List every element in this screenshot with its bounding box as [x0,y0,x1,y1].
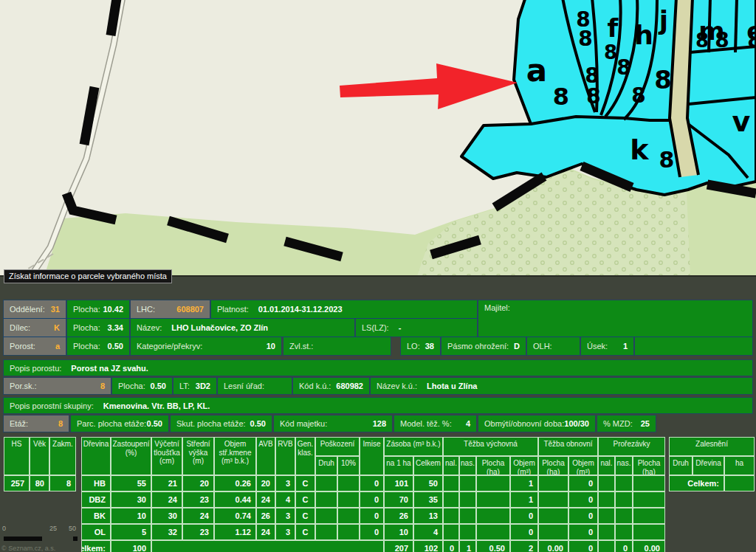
field-skut-plocha: Skut. plocha etáže:0.50 [171,415,272,432]
species-cell-zast: 30 [111,491,151,508]
svg-text:8: 8 [659,147,675,173]
header-line: (cm) [159,457,174,466]
col-header-nas2: nas. [615,456,633,475]
header-line: (ha) [642,468,656,476]
species-cell-gen: C [295,475,315,491]
header-line: (m³) [518,468,531,476]
header-line: Gen. [298,440,314,449]
species-cell-vycetni: 30 [151,508,182,524]
species-cell-celkem: 50 [413,475,443,491]
species-cell-gen: C [295,524,315,540]
species-cell-nal2 [598,475,615,491]
header-line: 10% [341,459,356,468]
species-cell-plocha2 [538,491,568,508]
total-label: Celkem: [81,540,111,552]
total-nas1: 1 [459,540,476,552]
total-nal1: 0 [443,540,459,552]
map-attribution: © Seznam.cz, a.s. [1,545,55,552]
species-cell-zast: 10 [111,508,151,524]
species-cell-plocha3 [633,475,665,491]
species-cell-plocha3 [633,508,665,524]
col-header-objem2: Objem(m³) [568,456,598,475]
species-cell-imise: 0 [360,524,384,540]
species-cell-objem: 0.74 [214,508,256,524]
group-header-prorezavky: Prořezávky [598,437,665,456]
svg-text:8: 8 [654,65,672,94]
field-nazev: Název:LHO Luhačovice, ZO Zlín [131,319,354,337]
species-cell-stredni: 23 [182,524,214,540]
species-cell-stredni: 20 [182,475,214,491]
col-header-zakm: Zakm. [49,437,76,475]
col-header-nal1: nal. [443,456,459,475]
col-header-plocha1: Plocha(ha) [476,456,510,475]
species-cell-gen: C [295,508,315,524]
species-cell-proc10 [337,475,360,491]
species-cell-gen: C [295,491,315,508]
field-popis-porostu: Popis porostu:Porost na JZ svahu. [4,360,752,376]
species-cell-objem1: 1 [510,475,538,491]
total-objem2: 0 [568,540,598,552]
header-line: nas. [617,459,631,468]
col-header-vek: Věk [30,437,49,475]
header-line: (ha) [487,468,500,476]
field-kod-majetku: Kód majetku:128 [274,415,392,432]
total-spacer [151,540,384,552]
species-cell-nas1 [459,491,476,508]
scale-tick-50: 50 [69,525,76,532]
field-oddeleni: Oddělení:31 [4,300,66,318]
species-cell-nal1 [443,475,459,491]
species-cell-nas2 [615,508,633,524]
species-cell-plocha3 [633,491,665,508]
col-header-celkem: Celkem [413,456,443,475]
header-line: AVB [258,440,272,449]
species-cell-stredni: 23 [182,491,214,508]
field-plocha-porost: Plocha:0.50 [67,337,129,355]
total-nas2: 0 [615,540,633,552]
scale-tick-25: 25 [49,525,57,532]
header-line: Těžba výchovná [464,440,518,449]
species-cell-avb: 24 [256,491,275,508]
field-popis-skupiny: Popis porostní skupiny:Kmenovina. Vtr. B… [4,398,752,413]
species-cell-objem2: 0 [568,508,598,524]
field-plocha-porsk: Plocha:0.50 [112,378,172,394]
species-cell-celkem: 35 [413,491,443,508]
col-header-objem1: Objem(m³) [510,456,538,475]
header-line: Dřevina [83,440,109,449]
species-cell-nal1 [443,491,459,508]
map-canvas[interactable]: a f h j m o v k 8 8 8 8 8 8 8 8 8 8 [0,0,756,276]
species-cell-nas2 [615,491,633,508]
field-kategorie: Kategorie/překryv:10 [131,337,281,355]
col-header-rvb: RVB [275,437,295,475]
header-line: stř.kmene [219,449,252,458]
species-cell-nal2 [598,524,615,540]
species-cell-na1ha: 10 [384,524,413,540]
header-line: (ha) [547,468,560,476]
total-nal2 [598,540,615,552]
col-header-imise: Imise [360,437,384,475]
svg-text:8: 8 [715,28,729,52]
col-header-zha: ha [724,456,755,475]
species-cell-plocha3 [633,524,665,540]
species-cell-plocha1 [476,524,510,540]
field-lhc: LHC:608807 [131,300,210,318]
species-cell-druh [315,508,337,524]
species-cell-na1ha: 26 [384,508,413,524]
header-line: Imise [363,440,381,449]
parcel-label-h: h [634,20,653,50]
species-cell-drevina: OL [81,524,111,540]
species-cell-zast: 5 [111,524,151,540]
field-nazev-ku: Název k.ú.:Lhota u Zlína [371,378,752,394]
header-line: Prořezávky [613,440,650,449]
col-header-plocha3: Plocha(ha) [633,456,665,475]
species-cell-nas1 [459,475,476,491]
header-line: nal. [600,459,612,468]
header-line: Objem [572,459,594,468]
species-cell-nas1 [459,524,476,540]
field-obmyti: Obmýtí/obnovní doba:100/30 [478,415,595,432]
header-line: nas. [461,459,475,468]
header-line: Těžba obnovní [543,440,592,449]
species-cell-plocha1 [476,508,510,524]
species-cell-drevina: DBZ [81,491,111,508]
field-porost: Porost:a [4,337,66,355]
species-cell-nal2 [598,491,615,508]
